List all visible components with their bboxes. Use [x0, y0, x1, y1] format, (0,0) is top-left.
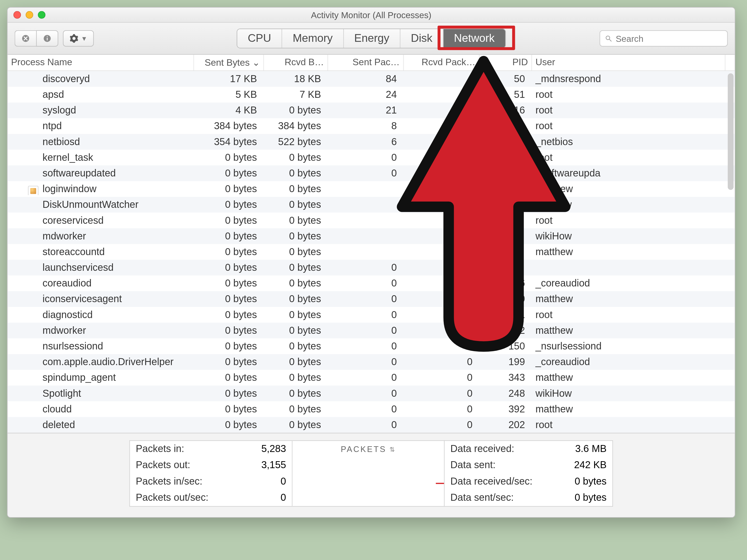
svg-line-5 — [609, 39, 611, 41]
table-row[interactable]: iconservicesagent0 bytes0 bytes00340matt… — [7, 291, 735, 307]
cell-sent-packets: 0 — [328, 167, 404, 179]
cell-user: _coreaudiod — [532, 356, 725, 368]
cell-sent-bytes: 0 bytes — [194, 262, 264, 273]
tab-memory[interactable]: Memory — [282, 29, 344, 48]
cell-pid: 16 — [480, 105, 532, 116]
col-pid[interactable]: PID — [480, 55, 532, 71]
table-row[interactable]: nsurlsessiond0 bytes0 bytes00150_nsurlse… — [7, 339, 735, 354]
cell-pid: 199 — [480, 356, 532, 368]
table-row[interactable]: apsd5 KB7 KB2451root — [7, 87, 735, 103]
col-rcvd-bytes[interactable]: Rcvd B… — [264, 55, 328, 71]
cell-rcvd-packets: 0 — [404, 372, 480, 383]
cell-pid: 2782 — [480, 325, 532, 337]
cell-rcvd-bytes: 0 bytes — [264, 246, 328, 258]
cell-sent-bytes: 0 bytes — [194, 293, 264, 305]
cell-process-name: DiskUnmountWatcher — [7, 199, 194, 211]
info-icon — [43, 34, 52, 43]
cell-user: root — [532, 89, 725, 101]
cell-process-name: com.apple.audio.DriverHelper — [7, 356, 194, 368]
col-sent-packets[interactable]: Sent Pac… — [328, 55, 404, 71]
table-row[interactable]: loginwindow0 bytes0 bytesmatthew — [7, 181, 735, 197]
col-user[interactable]: User — [532, 55, 725, 71]
cell-process-name: kernel_task — [7, 152, 194, 163]
cell-process-name: netbiosd — [7, 136, 194, 148]
cell-rcvd-bytes: 0 bytes — [264, 293, 328, 305]
cell-sent-bytes: 0 bytes — [194, 341, 264, 352]
stat-value: 0 — [243, 490, 292, 506]
table-row[interactable]: kernel_task0 bytes0 bytes00root — [7, 150, 735, 165]
cell-sent-bytes: 354 bytes — [194, 136, 264, 148]
table-row[interactable]: discoveryd17 KB18 KB8450_mdnsrespond — [7, 71, 735, 87]
cell-process-name: softwareupdated — [7, 167, 194, 179]
table-row[interactable]: syslogd4 KB0 bytes2116root — [7, 103, 735, 118]
col-process-name[interactable]: Process Name — [7, 55, 194, 71]
table-row[interactable]: ntpd384 bytes384 bytes8154root — [7, 118, 735, 134]
col-sent-bytes[interactable]: Sent Bytes ⌄ — [194, 55, 264, 71]
packets-summary: Packets in:5,283Packets out:3,155Packets… — [129, 440, 292, 507]
tab-energy[interactable]: Energy — [344, 29, 400, 48]
table-row[interactable]: softwareupdated0 bytes0 bytes0_softwareu… — [7, 165, 735, 181]
cell-sent-bytes: 0 bytes — [194, 199, 264, 211]
sort-desc-icon: ⌄ — [252, 58, 260, 68]
table-row[interactable]: deleted0 bytes0 bytes00202root — [7, 417, 735, 432]
table-row[interactable]: mdworker0 bytes0 bytes002782matthew — [7, 323, 735, 338]
cell-sent-bytes: 0 bytes — [194, 388, 264, 399]
cell-sent-packets: 84 — [328, 73, 404, 85]
cell-pid: 196 — [480, 277, 532, 289]
cell-user: matthew — [532, 403, 725, 415]
tab-cpu[interactable]: CPU — [237, 29, 282, 48]
cell-user: wikiHow — [532, 230, 725, 242]
cell-rcvd-bytes: 0 bytes — [264, 277, 328, 289]
stat-label: Packets out: — [130, 457, 243, 474]
cell-pid: 0 — [480, 152, 532, 163]
table-row[interactable]: storeaccountd0 bytes0 bytesmatthew — [7, 244, 735, 260]
col-rcvd-packets[interactable]: Rcvd Pack… — [404, 55, 480, 71]
stat-label: Packets out/sec: — [130, 490, 243, 506]
stat-value: 5,283 — [243, 441, 292, 457]
cell-process-name: apsd — [7, 89, 194, 101]
scrollbar[interactable] — [728, 74, 733, 190]
table-row[interactable]: mdworker0 bytes0 byteswikiHow — [7, 228, 735, 244]
cell-pid: 50 — [480, 73, 532, 85]
cell-user: _netbios — [532, 136, 725, 148]
titlebar[interactable]: Activity Monitor (All Processes) — [7, 7, 735, 23]
search-input[interactable] — [616, 34, 723, 44]
cell-user: root — [532, 419, 725, 431]
table-row[interactable]: coreaudiod0 bytes0 bytes0196_coreaudiod — [7, 275, 735, 291]
cell-user: matthew — [532, 293, 725, 305]
tab-disk[interactable]: Disk — [401, 29, 443, 48]
stat-value: 0 bytes — [559, 490, 612, 506]
cell-process-name: coreservicesd — [7, 215, 194, 226]
cell-sent-packets: 0 — [328, 388, 404, 399]
cell-sent-bytes: 0 bytes — [194, 277, 264, 289]
cell-sent-packets: 24 — [328, 89, 404, 101]
table-row[interactable]: cloudd0 bytes0 bytes00392matthew — [7, 401, 735, 417]
cell-process-name: ntpd — [7, 120, 194, 132]
cell-pid: 202 — [480, 419, 532, 431]
table-row[interactable]: com.apple.audio.DriverHelper0 bytes0 byt… — [7, 354, 735, 370]
actions-menu-button[interactable]: ▼ — [63, 30, 94, 47]
table-row[interactable]: netbiosd354 bytes522 bytes6153_netbios — [7, 134, 735, 150]
chart-tick — [436, 483, 444, 484]
table-row[interactable]: coreservicesd0 bytes0 bytesroot — [7, 213, 735, 228]
cell-sent-packets: 0 — [328, 293, 404, 305]
cell-rcvd-bytes: 0 bytes — [264, 262, 328, 273]
inspect-process-button[interactable] — [36, 30, 58, 47]
cell-rcvd-packets: 0 — [404, 388, 480, 399]
cell-sent-packets: 21 — [328, 105, 404, 116]
search-field[interactable] — [599, 30, 728, 47]
table-row[interactable]: spindump_agent0 bytes0 bytes00343matthew — [7, 370, 735, 385]
cell-pid: 340 — [480, 293, 532, 305]
svg-rect-3 — [47, 36, 48, 37]
cell-rcvd-bytes: 0 bytes — [264, 199, 328, 211]
cell-sent-packets: 0 — [328, 372, 404, 383]
cell-sent-bytes: 5 KB — [194, 89, 264, 101]
packets-chart[interactable]: PACKETS ⇅ — [292, 440, 444, 507]
table-row[interactable]: DiskUnmountWatcher0 bytes0 byteswikiHow — [7, 197, 735, 213]
tab-network[interactable]: Network — [443, 29, 505, 48]
table-row[interactable]: diagnosticd0 bytes0 bytes00101root — [7, 307, 735, 323]
table-row[interactable]: launchservicesd0 bytes0 bytes00 — [7, 260, 735, 275]
stop-process-button[interactable] — [15, 30, 36, 47]
table-row[interactable]: Spotlight0 bytes0 bytes00248wikiHow — [7, 385, 735, 401]
stat-label: Packets in/sec: — [130, 473, 243, 490]
